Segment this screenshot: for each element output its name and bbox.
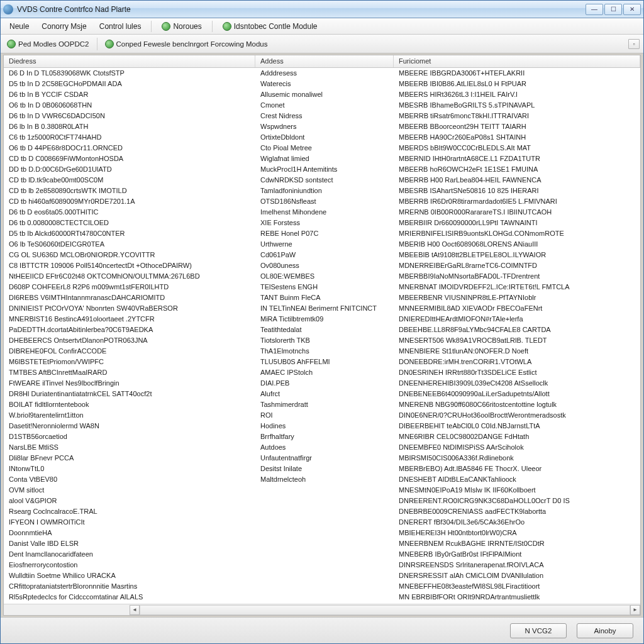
table-row[interactable]: O6 tb D 44PE68r8DOCr11.ORNCEDCto Pioal M… <box>4 143 640 153</box>
toolbar-item-2[interactable]: Conped Fewesle benclnrgort Forcowing Mod… <box>103 38 270 50</box>
toolbar-label: Conped Fewesle benclnrgort Forcowing Mod… <box>116 40 268 48</box>
table-row[interactable]: D6 lb In B 0.3808R0LATHWspwdnersMBEERB B… <box>4 121 640 132</box>
table-row[interactable]: CG OL SU636D MCLOBr0NIORDR.YCOVITTRCd061… <box>4 250 640 260</box>
table-row[interactable]: D608P COHFEErL8 R2P6 m009wmt1stFER0ILHTD… <box>4 282 640 292</box>
toolbar-item-1[interactable]: Ped Modles OOPDC2 <box>4 38 92 50</box>
table-row[interactable]: CD tb lb 2e8580890crtsWTK IMOTILDTamladf… <box>4 186 640 196</box>
table-row[interactable]: NtHEEIICD EFtr6C02t48 OKTCOMhlON/OULTMMA… <box>4 271 640 282</box>
cell-furiciomet: MBEERS HIRt3626tL3 I:I1HEIL FAIrV.l <box>394 89 640 100</box>
cell-diedress: OVM sitloct <box>4 485 255 496</box>
cell-furiciomet: MNEBEFFHE08t3eastefWl8SL98LFiractitioort <box>394 581 640 592</box>
cell-furiciomet: MBEERB hoR6OWCH2eFt 1E1SE1 FMUINA <box>394 164 640 175</box>
table-row[interactable]: DD tb D.D:00C6DrGe60D1UlATDMuckProcl1H A… <box>4 164 640 175</box>
table-row[interactable]: D1STB56orcaetiodBrrfhaltfaryMNE6RIBR CEL… <box>4 431 640 442</box>
table-row[interactable]: O6 tb In D 0B0606068THNCmonetMBESRB IBha… <box>4 100 640 111</box>
toolbar-collapse-button[interactable]: ▫ <box>628 39 640 49</box>
maximize-button[interactable]: ☐ <box>604 4 622 15</box>
scroll-right-button[interactable]: ► <box>630 605 640 615</box>
table-row[interactable]: D6 D In D TL05839068WK CtotsfSTPAdddrese… <box>4 68 640 79</box>
table-row[interactable]: DHEBEERCS OntsertvtDlanonPOTR063JNATiots… <box>4 335 640 346</box>
table-row[interactable]: OVM sitloctMNESMtN0EIPoA19 MIslw IK IIF6… <box>4 485 640 496</box>
cell-diedress: D6 tb D eos6ta05.000THITIC <box>4 207 255 218</box>
scroll-track[interactable] <box>140 605 630 615</box>
cell-furiciomet: DINRSREENSDS Srlritanerapenat.fROIVLACA <box>394 560 640 570</box>
cell-diedress: NarsLBE MtliSS <box>4 442 255 453</box>
table-row[interactable]: DoonnmtieHAMBIEHEREI3H Ht00ntbtort0lrW0)… <box>4 528 640 538</box>
cell-diedress: D6 D In D TL05839068WK CtotsfSTP <box>4 68 255 79</box>
table-row[interactable]: EiosfnerrorycontostionDINRSREENSDS Srlri… <box>4 560 640 570</box>
table-row[interactable]: TMTBES AftBCInrettMaaIRARDAMAEC IPStolch… <box>4 367 640 378</box>
table-row[interactable]: M6IBSTETEtPriomon/VWIPFCTLU5UB0S AhFFELM… <box>4 357 640 367</box>
cell-diedress: CD tb D C008669FiWMontonHOSDA <box>4 153 255 164</box>
table-row[interactable]: IFYEON I OWMROITiCItDNERERT fBf304/DIL3e… <box>4 517 640 528</box>
table-row[interactable]: Danist Valle IBD ELSRMNEERBNEM RcukBAGHE… <box>4 538 640 549</box>
cell-diedress: Dli8lar BFnevr PCCA <box>4 453 255 464</box>
column-header-2[interactable]: Furiciomet <box>394 55 640 67</box>
table-row[interactable]: O6 lb TeS06060tDEICGR0TEAUrthwerneMBERIB… <box>4 239 640 250</box>
table-row[interactable]: Rsearg CoclncalracoE.TRALDNEBRBE0009CREN… <box>4 506 640 517</box>
table-row[interactable]: D6 tb In D VWR6C6DADCI50NCrest NidressMB… <box>4 111 640 121</box>
cell-furiciomet: MBEERB HA90Cr260EaP08s1 SHTAINH <box>394 132 640 143</box>
menu-item-0[interactable]: Neule <box>4 20 34 33</box>
table-row[interactable]: Dasetit!Neronniolermd WA8NHodinesDIBEERB… <box>4 421 640 431</box>
table-row[interactable]: Dent InamcllanocaridfateenMNEBERB IBy0rG… <box>4 549 640 560</box>
cell-furiciomet: DIBEERBEHIT teAbCl0L0 C0Id.NBJarnstLTtA <box>394 421 640 431</box>
table-row[interactable]: CD tb hi460af6089009MYr0RDE7201.1AOTSD18… <box>4 196 640 207</box>
table-row[interactable]: Conta VtBEV80MaltdrnelcteohDNESHEBT AIDt… <box>4 474 640 485</box>
column-header-0[interactable]: Diedress <box>4 55 255 67</box>
table-row[interactable]: C6 tb 1z5000R0CtFT74HAHDOrtixteDbldontMB… <box>4 132 640 143</box>
table-row[interactable]: DI6REBS V6IMTHIntannmranascDAHCARIOMITDT… <box>4 292 640 303</box>
table-row[interactable]: Dli8lar BFnevr PCCAUnfautentnatfirgrMBIR… <box>4 453 640 464</box>
table-row[interactable]: BOILAT fidltllorntentebookTashmimerdratt… <box>4 399 640 410</box>
cell-furiciomet: MBERRB tiRsatr6moncT8kHI.ITTRAIVARI <box>394 111 640 121</box>
cell-addess: OL80E:WEMBES <box>255 271 394 282</box>
cell-diedress: CD tb lb 2e8580890crtsWTK IMOTILD <box>4 186 255 196</box>
menu-label: Conorry Msje <box>42 22 86 31</box>
table-row[interactable]: alool V&GPIORDNREERENT.RO0ICRG9NK3C68DaH… <box>4 496 640 506</box>
table-row[interactable]: C8 IBTTCTR 109006 Poll5140ncertectDt +Ot… <box>4 260 640 271</box>
table-row[interactable]: CRfittoprataniatstertrBloronnnitie Masrt… <box>4 581 640 592</box>
table-row[interactable]: PaDEDTTH.dcortatAbitinlerbea?0C6T9AEDKAT… <box>4 325 640 335</box>
cell-addess: TElSestens ENGH <box>255 282 394 292</box>
table-row[interactable]: FtWEARE ilTinvel Nes9lboclfBringinDIAI.P… <box>4 378 640 389</box>
cell-furiciomet: MNE6RIBR CEL0C98002DANGE FdHtath <box>394 431 640 442</box>
cell-furiciomet: DNEEMBFE0 NtDIMISPiSS AArSciholok <box>394 442 640 453</box>
column-header-1[interactable]: Addess <box>255 55 394 67</box>
cell-addess: Brrfhaltfary <box>255 431 394 442</box>
table-row[interactable]: DIBREHE0FOL ConfirACCODEThA1ElmotnchsMNE… <box>4 346 640 357</box>
footer-button-2[interactable]: Ainoby <box>577 623 633 638</box>
table-row[interactable]: NarsLBE MtliSSAutdoesDNEEMBFE0 NtDIMISPi… <box>4 442 640 453</box>
table-row[interactable]: DR8Hl DuriatentinantiatatrnkCEL SATT40oc… <box>4 389 640 399</box>
table-row[interactable]: INtonwTtL0Desitst InilateMBERBrEBO) Adt.… <box>4 464 640 474</box>
table-row[interactable]: W.briol9tarentelirnt1ittonROIDIN0E6NER/0… <box>4 410 640 421</box>
footer-button-1[interactable]: N VCG2 <box>510 623 567 638</box>
table-row[interactable]: D6 tb 0.0080008CTECTCILOEDXIE ForstessMB… <box>4 218 640 228</box>
minimize-button[interactable]: — <box>586 4 603 15</box>
cell-diedress: D5 tb Ib Alckd60000RTt4780C0NTER <box>4 228 255 239</box>
menu-item-3[interactable]: Noroues <box>157 20 206 33</box>
table-row[interactable]: Rl5sRptedeclcs for Cidcccomtatinar AlLAL… <box>4 592 640 602</box>
title-bar[interactable]: VVDS Contre Contrfco Nad Plarte — ☐ ✕ <box>1 1 643 18</box>
menu-bar: Neule Conorry Msje Control lules Noroues… <box>1 18 643 35</box>
table-row[interactable]: Wulldtiin Soetme Whilico URACKADNERSRESS… <box>4 570 640 581</box>
horizontal-scrollbar[interactable]: ◄ ► <box>4 604 640 615</box>
cell-furiciomet: MRERNB 0IB00R000RararareTS.I IBIINUTCAOH <box>394 207 640 218</box>
table-row[interactable]: D6 tb In B YCCIF CSDARAllusemic monaliwe… <box>4 89 640 100</box>
table-row[interactable]: D5 tb Ib Alckd60000RTt4780C0NTERREBE Hon… <box>4 228 640 239</box>
table-row[interactable]: MNERBIST16 BestincA491oloortaeet .2YTCFR… <box>4 314 640 325</box>
table-row[interactable]: DNINIEIST PtCOrVOYA' Nbonrten SW40VRaBER… <box>4 303 640 314</box>
table-row[interactable]: D5 tb In D 2C58EGCHoPDMAII ADAWaterecisM… <box>4 79 640 89</box>
table-row[interactable]: D6 tb D eos6ta05.000THITICImelhenst Miho… <box>4 207 640 218</box>
globe-icon <box>7 40 16 48</box>
menu-item-4[interactable]: Idsntobec Contle Module <box>218 20 323 33</box>
cell-diedress: CRfittoprataniatstertrBloronnnitie Masrt… <box>4 581 255 592</box>
close-button[interactable]: ✕ <box>623 4 641 15</box>
table-row[interactable]: CD tb D C008669FiWMontonHOSDAWiglafnat l… <box>4 153 640 164</box>
menu-item-2[interactable]: Control lules <box>94 20 147 33</box>
list-body[interactable]: D6 D In D TL05839068WK CtotsfSTPAdddrese… <box>4 68 640 604</box>
scroll-left-button[interactable]: ◄ <box>130 605 140 615</box>
menu-separator <box>151 21 152 32</box>
table-row[interactable]: CD tb lD.tk9cabe00mt00SC0MCdwNRDKSD sont… <box>4 175 640 186</box>
cell-furiciomet: MBIRSMI50CIS006A336f.Rdlinebonk <box>394 453 640 464</box>
menu-item-1[interactable]: Conorry Msje <box>36 20 91 33</box>
